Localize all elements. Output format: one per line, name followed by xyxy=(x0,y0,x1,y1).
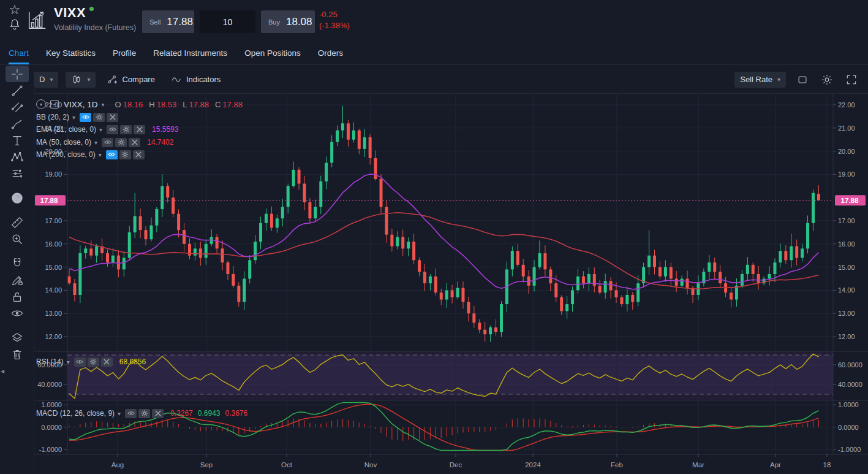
close-label: C xyxy=(215,100,221,109)
bb-eye-icon[interactable] xyxy=(80,113,91,122)
svg-text:15.00: 15.00 xyxy=(45,264,62,271)
text-tool[interactable] xyxy=(6,132,29,148)
ema21-value: 15.5593 xyxy=(152,125,178,134)
trash-tool[interactable] xyxy=(6,346,29,362)
forecast-tool[interactable] xyxy=(6,165,29,182)
interval-dropdown[interactable]: D ▾ xyxy=(34,72,58,88)
rsi-remove-icon[interactable] xyxy=(101,357,113,367)
snapshot-button[interactable] xyxy=(793,72,812,88)
crosshair-tool[interactable] xyxy=(6,66,29,82)
bb-legend: BB (20, 2)▾ xyxy=(36,112,120,123)
svg-text:19.00: 19.00 xyxy=(45,170,62,178)
magnet-tool[interactable] xyxy=(6,255,29,272)
brush-tool[interactable] xyxy=(6,115,29,132)
macd-settings-icon[interactable] xyxy=(138,409,150,418)
star-icon[interactable]: ☆ xyxy=(9,2,21,18)
toolbar-right: Sell Rate ▾ xyxy=(734,72,868,88)
tab-related-instruments[interactable]: Related Instruments xyxy=(153,42,227,64)
buy-label: Buy xyxy=(268,18,280,26)
bb-settings-icon[interactable] xyxy=(93,113,105,122)
ma50-eye-icon[interactable] xyxy=(102,138,113,147)
chevron-down-icon[interactable]: ▾ xyxy=(118,410,121,417)
layers-tool[interactable] xyxy=(6,329,29,346)
svg-text:40.0000: 40.0000 xyxy=(37,381,62,388)
tab-open-positions[interactable]: Open Positions xyxy=(244,42,301,64)
forecast-icon xyxy=(10,167,24,180)
gann-fibonacci-tool[interactable] xyxy=(6,99,29,115)
svg-text:20.00: 20.00 xyxy=(838,148,855,155)
sell-rate-label: Sell Rate xyxy=(740,75,772,84)
trend-line-tool[interactable] xyxy=(6,82,29,99)
pane-collapse-arrow[interactable]: ◂ xyxy=(1,367,4,375)
ma200-eye-icon[interactable] xyxy=(106,150,118,159)
rsi-settings-icon[interactable] xyxy=(88,357,99,367)
ruler-tool[interactable] xyxy=(6,214,29,231)
ema21-remove-icon[interactable] xyxy=(134,125,145,134)
hide-drawings-tool[interactable] xyxy=(6,305,29,321)
chevron-down-icon[interactable]: ▾ xyxy=(94,139,97,146)
svg-text:16.00: 16.00 xyxy=(45,240,62,248)
lock-all-tool[interactable] xyxy=(6,288,29,305)
rsi-eye-icon[interactable] xyxy=(74,357,86,367)
open-value: 18.16 xyxy=(123,100,143,109)
bell-icon[interactable] xyxy=(8,18,21,34)
chevron-down-icon[interactable]: ▾ xyxy=(102,101,105,108)
buy-price: 18.08 xyxy=(286,16,312,28)
svg-text:17.00: 17.00 xyxy=(838,217,855,224)
rsi-label: RSI (14) xyxy=(36,357,64,366)
candlestick-icon xyxy=(71,74,83,85)
chevron-down-icon[interactable]: ▾ xyxy=(72,114,75,121)
svg-text:12.00: 12.00 xyxy=(838,333,855,340)
chevron-down-icon[interactable]: ▾ xyxy=(67,359,70,365)
ma200-remove-icon[interactable] xyxy=(133,150,145,159)
sell-button[interactable]: Sell 17.88 xyxy=(142,10,194,33)
ema21-label: EMA (21, close, 0) xyxy=(36,125,96,134)
tab-profile[interactable]: Profile xyxy=(113,42,136,64)
svg-text:16.00: 16.00 xyxy=(838,240,855,248)
trash-icon xyxy=(10,348,24,361)
compare-button[interactable]: Compare xyxy=(103,72,158,88)
text-icon xyxy=(10,134,24,147)
minimize-square-icon[interactable]: − xyxy=(50,100,59,109)
quantity-input[interactable]: 10 xyxy=(200,10,255,33)
favorite-controls: ☆ xyxy=(7,2,23,40)
ema21-settings-icon[interactable] xyxy=(120,125,132,134)
chevron-down-icon[interactable]: ▾ xyxy=(99,151,102,158)
chevron-down-icon[interactable]: ▾ xyxy=(99,126,102,133)
tab-key-statistics[interactable]: Key Statistics xyxy=(46,42,96,64)
indicators-button[interactable]: Indicators xyxy=(167,72,224,88)
tab-chart[interactable]: Chart xyxy=(9,42,29,64)
ma200-settings-icon[interactable] xyxy=(119,150,131,159)
macd-eye-icon[interactable] xyxy=(125,409,137,418)
sell-price: 17.88 xyxy=(167,16,193,28)
bb-remove-icon[interactable] xyxy=(107,113,118,122)
ma50-label: MA (50, close, 0) xyxy=(36,138,91,147)
chart-canvas[interactable]: 22.0022.0021.0021.0020.0020.0019.0019.00… xyxy=(34,93,868,474)
chart-style-dropdown[interactable]: ▾ xyxy=(66,72,96,88)
drawing-lock-tool[interactable] xyxy=(6,272,29,288)
xabcd-pattern-tool[interactable] xyxy=(6,148,29,165)
sell-rate-dropdown[interactable]: Sell Rate ▾ xyxy=(734,72,786,88)
svg-text:60.0000: 60.0000 xyxy=(838,361,862,369)
gear-icon xyxy=(821,74,833,86)
svg-text:17.00: 17.00 xyxy=(45,217,62,224)
macd-label: MACD (12, 26, close, 9) xyxy=(36,409,115,418)
help-tool[interactable]: ? xyxy=(6,189,29,206)
square-icon xyxy=(796,74,809,86)
svg-text:?: ? xyxy=(15,194,19,202)
market-open-dot xyxy=(89,7,94,11)
svg-text:1.0000: 1.0000 xyxy=(838,401,859,408)
ma200-legend: MA (200, close, 0)▾ xyxy=(36,149,146,160)
ema21-eye-icon[interactable] xyxy=(107,125,118,134)
zoom-in-tool[interactable] xyxy=(6,231,29,247)
tab-orders[interactable]: Orders xyxy=(318,42,343,64)
fullscreen-button[interactable] xyxy=(842,72,861,88)
series-title[interactable]: VIXX, 1D xyxy=(64,100,98,109)
macd-remove-icon[interactable] xyxy=(152,409,164,418)
collapse-circle-icon[interactable]: ▾ xyxy=(36,99,46,109)
ma50-settings-icon[interactable] xyxy=(115,138,127,147)
high-label: H xyxy=(149,100,154,109)
settings-button[interactable] xyxy=(818,72,836,88)
ma50-remove-icon[interactable] xyxy=(129,138,140,147)
buy-button[interactable]: Buy 18.08 xyxy=(261,10,315,33)
